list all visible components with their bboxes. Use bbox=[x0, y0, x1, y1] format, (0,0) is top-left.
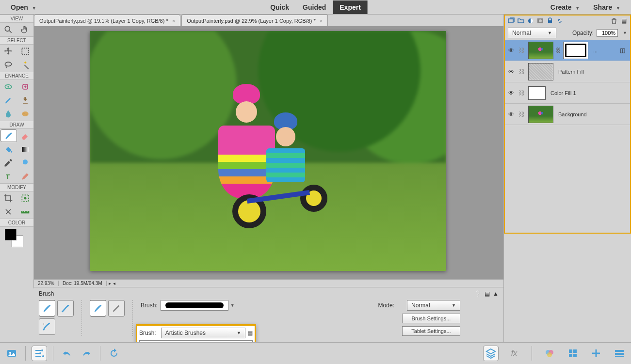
svg-rect-13 bbox=[22, 147, 28, 152]
mode-guided[interactable]: Guided bbox=[296, 0, 333, 14]
move-tool[interactable] bbox=[0, 45, 17, 58]
trash-icon[interactable] bbox=[610, 16, 618, 25]
marquee-tool[interactable] bbox=[17, 45, 34, 58]
brush-category-select[interactable]: Artistic Brushes▼ bbox=[161, 328, 245, 338]
layer-row[interactable]: 👁 ⛓ ⛓ ... ◫ bbox=[505, 40, 630, 61]
brush-mode-normal[interactable] bbox=[39, 300, 55, 317]
type-tool[interactable]: T bbox=[0, 170, 17, 183]
panel-menu-icon[interactable]: ▤ bbox=[619, 16, 628, 25]
toolbox-section-enhance: ENHANCE bbox=[0, 72, 33, 80]
document-tab[interactable]: OutputPainterly.psd @ 22.9% (Layer 1 Cop… bbox=[181, 15, 328, 26]
photo-bin-icon[interactable] bbox=[4, 346, 19, 361]
layer-thumb[interactable] bbox=[528, 106, 553, 123]
close-icon[interactable]: × bbox=[320, 18, 323, 24]
link-icon[interactable]: ⛓ bbox=[518, 47, 526, 54]
tablet-settings-button[interactable]: Tablet Settings... bbox=[402, 326, 460, 336]
blur-tool[interactable] bbox=[0, 107, 17, 121]
svg-point-36 bbox=[547, 352, 552, 357]
clone-stamp-tool[interactable] bbox=[17, 94, 34, 107]
svg-point-9 bbox=[22, 111, 28, 116]
svg-rect-41 bbox=[615, 350, 624, 352]
smart-brush-tool[interactable] bbox=[0, 94, 17, 107]
styles-icon[interactable] bbox=[565, 346, 581, 361]
close-icon[interactable]: × bbox=[172, 18, 175, 24]
new-layer-icon[interactable] bbox=[507, 16, 516, 25]
layer-blend-mode-select[interactable]: Normal▼ bbox=[508, 28, 556, 38]
layer-row[interactable]: 👁 ⛓ Background bbox=[505, 104, 630, 125]
brush-mode-color-replace[interactable]: + bbox=[39, 318, 55, 335]
share-menu[interactable]: Share ▼ bbox=[586, 0, 627, 14]
undo-icon[interactable] bbox=[59, 346, 75, 361]
lock-icon[interactable] bbox=[546, 16, 554, 25]
layer-mask-thumb[interactable] bbox=[563, 42, 588, 59]
brush-tool[interactable] bbox=[0, 129, 17, 142]
visibility-icon[interactable]: 👁 bbox=[507, 111, 516, 118]
paint-bucket-tool[interactable] bbox=[0, 142, 17, 156]
document-tab[interactable]: OutputPainterly.psd @ 19.1% (Layer 1 Cop… bbox=[34, 15, 180, 26]
toolbox-section-color: COLOR bbox=[0, 219, 33, 227]
redeye-tool[interactable]: + bbox=[0, 80, 17, 94]
layer-row[interactable]: 👁 ⛓ Color Fill 1 bbox=[505, 82, 630, 104]
link-icon[interactable]: ⛓ bbox=[518, 111, 526, 118]
rotate-icon[interactable] bbox=[106, 346, 122, 361]
lasso-tool[interactable] bbox=[0, 58, 17, 72]
redo-icon[interactable] bbox=[79, 346, 94, 361]
link-icon[interactable]: ⛓ bbox=[518, 90, 526, 96]
eraser-tool[interactable] bbox=[17, 129, 34, 142]
brush-variant-b[interactable] bbox=[108, 300, 125, 317]
visibility-icon[interactable]: 👁 bbox=[507, 90, 516, 96]
collapse-icon[interactable]: ▲ bbox=[493, 290, 499, 297]
blend-mode-select[interactable]: Normal▼ bbox=[407, 300, 460, 311]
link-layers-icon[interactable] bbox=[555, 16, 564, 25]
content-aware-move-tool[interactable] bbox=[0, 205, 17, 219]
hand-tool[interactable] bbox=[17, 23, 34, 36]
graphics-icon[interactable] bbox=[588, 346, 604, 361]
zoom-level[interactable]: 22.93% bbox=[34, 281, 59, 286]
effects-icon[interactable]: fx bbox=[506, 346, 522, 361]
svg-text:+: + bbox=[5, 82, 7, 86]
brush-picker-menu-icon[interactable]: ▤ bbox=[247, 330, 253, 336]
visibility-icon[interactable]: 👁 bbox=[507, 47, 516, 54]
adjustment-layer-icon[interactable] bbox=[526, 16, 535, 25]
pencil-tool[interactable] bbox=[17, 170, 34, 183]
spot-heal-tool[interactable] bbox=[17, 80, 34, 94]
magic-wand-tool[interactable] bbox=[17, 58, 34, 72]
tool-options-icon[interactable] bbox=[32, 346, 47, 361]
brush-settings-button[interactable]: Brush Settings... bbox=[402, 314, 460, 323]
crop-tool[interactable] bbox=[0, 191, 17, 205]
sponge-tool[interactable] bbox=[17, 107, 34, 121]
mode-quick[interactable]: Quick bbox=[263, 0, 296, 14]
opacity-label: Opacity: bbox=[572, 30, 594, 36]
straighten-tool[interactable] bbox=[17, 205, 34, 219]
svg-text:T: T bbox=[6, 173, 10, 180]
panel-menu-icon[interactable]: ▤ bbox=[485, 290, 490, 297]
gradient-tool[interactable] bbox=[17, 142, 34, 156]
layer-thumb[interactable] bbox=[528, 86, 546, 100]
mask-icon[interactable] bbox=[536, 16, 545, 25]
opacity-input[interactable] bbox=[597, 29, 618, 37]
visibility-icon[interactable]: 👁 bbox=[507, 68, 516, 75]
filters-icon[interactable] bbox=[542, 346, 557, 361]
open-menu[interactable]: Open ▼ bbox=[4, 0, 43, 14]
zoom-tool[interactable] bbox=[0, 23, 17, 36]
create-menu[interactable]: Create ▼ bbox=[544, 0, 586, 14]
svg-point-33 bbox=[42, 355, 44, 357]
foreground-color[interactable] bbox=[5, 229, 16, 240]
layer-thumb[interactable] bbox=[528, 63, 553, 80]
mode-expert[interactable]: Expert bbox=[333, 0, 368, 14]
brush-mode-impressionist[interactable] bbox=[57, 300, 74, 317]
layer-thumb[interactable] bbox=[528, 42, 553, 59]
shape-tool[interactable] bbox=[17, 156, 34, 170]
more-icon[interactable] bbox=[612, 346, 627, 361]
brush-variant-a[interactable] bbox=[90, 300, 106, 317]
layers-icon[interactable] bbox=[483, 346, 499, 361]
new-group-icon[interactable] bbox=[517, 16, 525, 25]
link-icon[interactable]: ⛓ bbox=[518, 68, 526, 75]
recompose-tool[interactable] bbox=[17, 191, 34, 205]
brush-preview-swatch[interactable] bbox=[161, 300, 228, 311]
layer-name: ... bbox=[593, 47, 598, 53]
layer-row[interactable]: 👁 ⛓ Pattern Fill bbox=[505, 61, 630, 82]
help-icon[interactable]: ❔ bbox=[474, 290, 482, 297]
eyedropper-tool[interactable] bbox=[0, 156, 17, 170]
canvas-area[interactable] bbox=[34, 26, 503, 279]
